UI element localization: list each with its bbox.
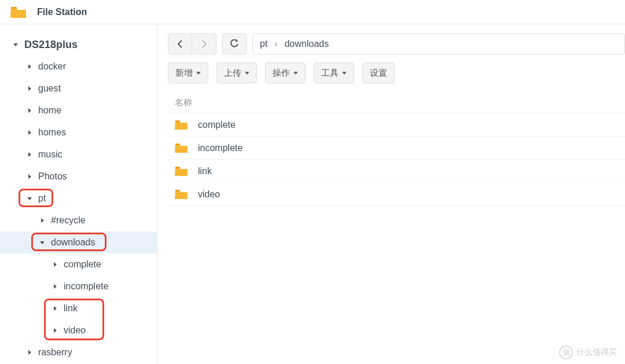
main-panel: pt › downloads 新增 上传 操作 工具 设置 名称 complet… xyxy=(157,24,625,364)
upload-button[interactable]: 上传 xyxy=(216,62,257,83)
file-name: incomplete xyxy=(198,143,242,153)
settings-button[interactable]: 设置 xyxy=(362,62,395,83)
folder-icon xyxy=(175,189,188,200)
chevron-right-icon xyxy=(52,328,58,333)
tree-node-home[interactable]: home xyxy=(0,100,157,122)
chevron-right-icon xyxy=(27,130,32,135)
chevron-down-icon xyxy=(39,240,45,245)
file-row[interactable]: video xyxy=(168,183,625,206)
folder-logo-icon xyxy=(10,6,27,19)
chevron-right-icon xyxy=(27,174,32,179)
tree-node-pt[interactable]: pt xyxy=(0,187,157,209)
folder-icon xyxy=(175,143,188,153)
tree-node-recycle[interactable]: #recycle xyxy=(0,209,157,231)
file-row[interactable]: incomplete xyxy=(168,137,625,160)
file-row[interactable]: complete xyxy=(168,113,625,137)
tree-node-guest[interactable]: guest xyxy=(0,78,157,100)
folder-icon xyxy=(175,166,188,177)
watermark: 值 什么值得买 xyxy=(559,345,617,359)
chevron-right-icon xyxy=(27,108,32,113)
new-button[interactable]: 新增 xyxy=(168,62,208,83)
chevron-right-icon xyxy=(27,64,32,69)
file-name: link xyxy=(198,166,212,177)
highlight-pt xyxy=(19,189,53,207)
tree-node-video[interactable]: video xyxy=(0,319,157,341)
tree-root-node[interactable]: DS218plus xyxy=(0,34,157,56)
tree-node-rasberry[interactable]: rasberry xyxy=(0,341,157,363)
folder-tree-sidebar: DS218plus docker guest home homes music … xyxy=(0,24,157,364)
tree-node-music[interactable]: music xyxy=(0,144,157,166)
action-button[interactable]: 操作 xyxy=(265,62,306,83)
chevron-right-icon xyxy=(52,262,58,267)
back-button[interactable] xyxy=(168,34,192,54)
tree-node-downloads[interactable]: downloads xyxy=(0,231,157,253)
chevron-down-icon xyxy=(13,42,19,47)
chevron-down-icon xyxy=(196,72,201,75)
tree-node-photos[interactable]: Photos xyxy=(0,166,157,187)
folder-icon xyxy=(175,120,188,130)
chevron-right-icon xyxy=(201,40,207,48)
watermark-text: 什么值得买 xyxy=(576,347,617,358)
breadcrumb-bar[interactable]: pt › downloads xyxy=(252,34,625,54)
tools-button[interactable]: 工具 xyxy=(314,62,354,83)
chevron-down-icon xyxy=(342,72,347,75)
forward-button[interactable] xyxy=(192,34,216,54)
chevron-right-icon: › xyxy=(274,39,277,49)
tree-node-link[interactable]: link xyxy=(0,297,157,319)
column-header-name[interactable]: 名称 xyxy=(168,94,625,113)
app-header: File Station xyxy=(0,0,625,24)
nav-back-forward-group xyxy=(168,34,216,54)
chevron-right-icon xyxy=(27,86,32,91)
chevron-left-icon xyxy=(177,40,183,48)
breadcrumb-part[interactable]: downloads xyxy=(285,39,329,49)
watermark-badge: 值 xyxy=(559,345,573,359)
chevron-down-icon xyxy=(293,72,298,75)
chevron-down-icon xyxy=(27,196,32,201)
file-row[interactable]: link xyxy=(168,160,625,183)
chevron-right-icon xyxy=(52,306,58,311)
chevron-down-icon xyxy=(245,72,249,75)
chevron-right-icon xyxy=(52,284,58,289)
chevron-right-icon xyxy=(27,152,32,157)
refresh-icon xyxy=(230,39,239,49)
tree-node-incomplete[interactable]: incomplete xyxy=(0,275,157,297)
action-toolbar: 新增 上传 操作 工具 设置 xyxy=(168,62,625,83)
file-name: complete xyxy=(198,120,236,130)
refresh-button[interactable] xyxy=(222,34,247,54)
breadcrumb-part[interactable]: pt xyxy=(260,39,267,49)
tree-node-complete[interactable]: complete xyxy=(0,253,157,275)
app-title: File Station xyxy=(37,7,87,17)
tree-node-homes[interactable]: homes xyxy=(0,122,157,144)
chevron-right-icon xyxy=(27,350,32,355)
file-name: video xyxy=(198,189,220,200)
chevron-right-icon xyxy=(39,218,45,223)
tree-node-docker[interactable]: docker xyxy=(0,56,157,78)
nav-toolbar: pt › downloads xyxy=(168,34,625,54)
